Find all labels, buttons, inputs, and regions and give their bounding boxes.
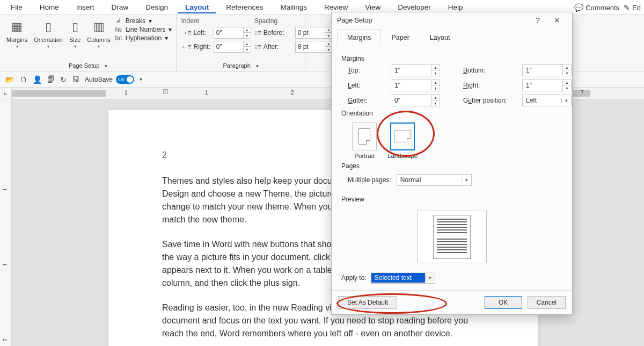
editing-button[interactable]: ✎Ed [624, 3, 641, 12]
spacing-after-icon: ↕≡ [254, 43, 261, 51]
line-numbers-button[interactable]: №Line Numbers ▾ [115, 26, 172, 33]
line-numbers-icon: № [115, 26, 122, 33]
bottom-input[interactable]: 1"▲▼ [522, 64, 572, 76]
gutter-pos-label: Gutter position: [463, 97, 517, 104]
columns-icon: ▥ [93, 18, 105, 35]
dialog-tabs: Margins Paper Layout [337, 28, 567, 46]
page-setup-dialog: Page Setup ? ✕ Margins Paper Layout Marg… [331, 12, 573, 315]
indent-right-input[interactable]: 0"▲▼ [214, 41, 251, 53]
group-label-page-setup: Page Setup [69, 62, 100, 69]
ok-button[interactable]: OK [485, 296, 522, 309]
tab-design[interactable]: Design [138, 1, 175, 13]
spacing-before-icon: ↕≡ [254, 29, 261, 37]
right-label: Right: [463, 82, 517, 89]
landscape-button[interactable]: Landscape [387, 122, 418, 159]
tab-home[interactable]: Home [32, 1, 67, 13]
bottom-label: Bottom: [463, 67, 517, 74]
close-button[interactable]: ✕ [547, 16, 567, 25]
gutter-input[interactable]: 0"▲▼ [391, 95, 440, 106]
indent-right-icon: ←≡ [181, 43, 191, 51]
top-label: Top: [348, 67, 385, 74]
spacing-after-input[interactable]: 8 pt▲▼ [295, 41, 333, 53]
gutter-label: Gutter: [348, 97, 385, 104]
multiple-pages-label: Multiple pages: [348, 176, 391, 184]
autosave-toggle[interactable]: AutoSave On [85, 75, 134, 84]
indent-left-input[interactable]: 0"▲▼ [214, 27, 251, 39]
columns-button[interactable]: ▥Columns▾ [85, 17, 112, 50]
pencil-icon: ✎ [624, 3, 630, 12]
tab-file[interactable]: File [3, 1, 30, 13]
margins-section-label: Margins [341, 55, 562, 64]
top-input[interactable]: 1"▲▼ [391, 64, 440, 76]
open-icon[interactable]: 📂 [5, 75, 14, 84]
preview-box [417, 211, 487, 263]
left-label: Left: [348, 82, 385, 89]
multiple-pages-select[interactable]: Normal▾ [397, 174, 472, 186]
vertical-ruler[interactable]: 1 1 2 [0, 99, 12, 346]
margins-button[interactable]: ▦Margins▾ [4, 17, 30, 50]
dialog-title: Page Setup [337, 17, 528, 24]
portrait-button[interactable]: Portrait [352, 122, 377, 159]
group-label-paragraph: Paragraph [223, 62, 250, 69]
spacing-before-input[interactable]: 0 pt▲▼ [295, 27, 333, 39]
hyphenation-button[interactable]: bcHyphenation ▾ [115, 34, 172, 42]
set-as-default-button[interactable]: Set As Default [338, 296, 397, 309]
new-icon[interactable]: 🗋 [20, 75, 27, 84]
dialog-tab-paper[interactable]: Paper [381, 29, 419, 46]
orientation-section-label: Orientation [341, 110, 562, 119]
user-icon[interactable]: 👤 [33, 75, 42, 84]
indent-left-icon: →≡ [181, 29, 191, 37]
size-button[interactable]: ▯Size▾ [67, 17, 83, 50]
apply-to-label: Apply to: [341, 274, 367, 282]
paragraph-launcher[interactable]: ▾ [256, 63, 259, 69]
preview-label: Preview [341, 196, 562, 205]
page-number: 2 [162, 149, 167, 162]
breaks-button[interactable]: ↲Breaks ▾ [115, 17, 172, 25]
refresh-icon[interactable]: ↻ [60, 75, 67, 84]
hyphenation-icon: bc [115, 34, 122, 42]
orientation-icon: ▯ [45, 18, 52, 35]
breaks-icon: ↲ [115, 17, 122, 25]
dialog-tab-margins[interactable]: Margins [337, 29, 381, 46]
tab-draw[interactable]: Draw [104, 1, 136, 13]
ruler-toggle[interactable]: ⊾ [0, 88, 12, 99]
orientation-button[interactable]: ▯Orientation▾ [32, 17, 65, 50]
dialog-tab-layout[interactable]: Layout [420, 29, 460, 46]
gutter-position-select[interactable]: Left▾ [522, 95, 572, 106]
comments-button[interactable]: 💬Comments [574, 3, 619, 12]
tab-layout[interactable]: Layout [178, 1, 216, 13]
tab-mailings[interactable]: Mailings [273, 1, 314, 13]
right-input[interactable]: 1"▲▼ [522, 80, 572, 91]
cancel-button[interactable]: Cancel [528, 296, 566, 309]
help-button[interactable]: ? [528, 16, 547, 25]
more-icon[interactable]: ▾ [140, 76, 142, 82]
tab-references[interactable]: References [218, 1, 270, 13]
pages-section-label: Pages [341, 162, 562, 172]
page-setup-launcher[interactable]: ▾ [105, 63, 107, 69]
apply-to-select[interactable]: Selected text▾ [371, 272, 435, 284]
export-icon[interactable]: 🗐 [47, 75, 55, 84]
left-input[interactable]: 1"▲▼ [391, 80, 440, 91]
tab-insert[interactable]: Insert [69, 1, 102, 13]
spacing-header: Spacing [254, 17, 301, 25]
margins-icon: ▦ [11, 18, 23, 35]
indent-header: Indent [181, 17, 210, 25]
size-icon: ▯ [72, 18, 78, 35]
speech-bubble-icon: 💬 [574, 3, 583, 12]
save-icon[interactable]: 🖫 [72, 75, 79, 84]
